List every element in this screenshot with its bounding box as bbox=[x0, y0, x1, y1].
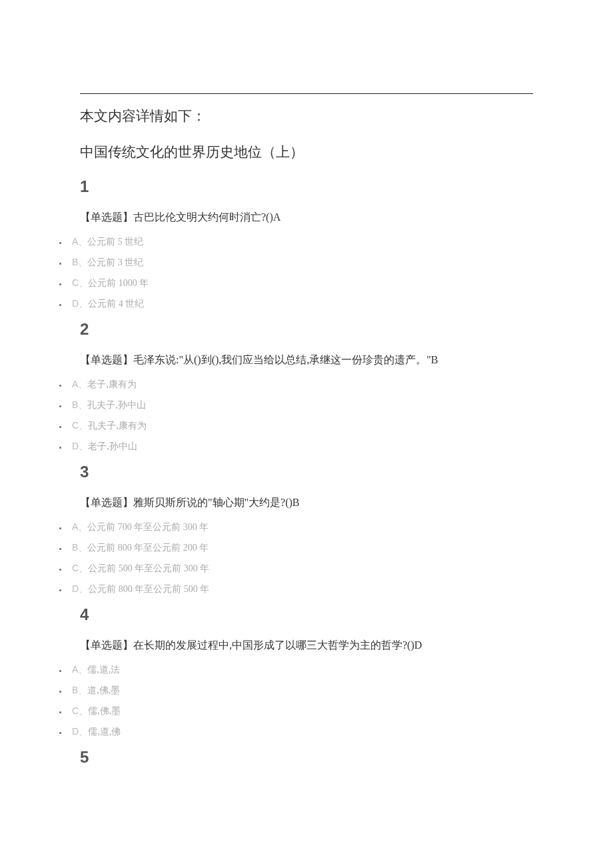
document-page: 本文内容详情如下： 中国传统文化的世界历史地位（上） 1 【单选题】古巴比伦文明… bbox=[0, 0, 613, 833]
option-letter: B bbox=[72, 542, 78, 553]
question-text: 【单选题】古巴比伦文明大约何时消亡?()A bbox=[80, 209, 533, 225]
question-text: 【单选题】雅斯贝斯所说的"轴心期"大约是?()B bbox=[80, 495, 533, 511]
question-text: 【单选题】在长期的发展过程中,中国形成了以哪三大哲学为主的哲学?()D bbox=[80, 637, 533, 653]
option-separator: 、 bbox=[78, 237, 87, 247]
top-rule bbox=[80, 93, 533, 94]
option-separator: 、 bbox=[79, 299, 88, 309]
option-letter: D bbox=[72, 726, 79, 737]
option-separator: 、 bbox=[78, 685, 87, 695]
option-letter: C bbox=[72, 420, 79, 431]
option-separator: 、 bbox=[78, 400, 87, 410]
option-separator: 、 bbox=[79, 727, 88, 737]
list-item: A、老子,康有为 bbox=[68, 377, 533, 391]
option-letter: A bbox=[72, 236, 78, 247]
option-separator: 、 bbox=[79, 278, 88, 288]
option-separator: 、 bbox=[79, 441, 88, 451]
option-separator: 、 bbox=[79, 563, 88, 573]
option-separator: 、 bbox=[78, 543, 87, 553]
option-letter: A bbox=[72, 379, 78, 389]
option-text: 公元前 3 世纪 bbox=[87, 257, 143, 267]
option-text: 公元前 800 年至公元前 500 年 bbox=[88, 584, 209, 594]
option-letter: B bbox=[72, 399, 78, 410]
list-item: C、公元前 1000 年 bbox=[68, 276, 533, 290]
list-item: A、公元前 5 世纪 bbox=[68, 235, 533, 249]
option-text: 公元前 1000 年 bbox=[88, 278, 149, 288]
list-item: C、儒,佛,墨 bbox=[68, 704, 533, 718]
question-number: 2 bbox=[80, 320, 533, 339]
option-list: A、儒,道,法 B、道,佛,墨 C、儒,佛,墨 D、儒,道,佛 bbox=[80, 663, 533, 739]
option-letter: D bbox=[72, 583, 79, 594]
option-text: 儒,佛,墨 bbox=[88, 706, 121, 716]
list-item: B、公元前 3 世纪 bbox=[68, 255, 533, 269]
subtitle-text: 中国传统文化的世界历史地位（上） bbox=[80, 142, 533, 163]
option-separator: 、 bbox=[79, 421, 88, 431]
list-item: C、公元前 500 年至公元前 300 年 bbox=[68, 561, 533, 575]
option-separator: 、 bbox=[78, 379, 87, 389]
option-list: A、公元前 700 年至公元前 300 年 B、公元前 800 年至公元前 20… bbox=[80, 520, 533, 596]
option-separator: 、 bbox=[78, 257, 87, 267]
option-text: 公元前 700 年至公元前 300 年 bbox=[87, 522, 209, 532]
list-item: C、孔夫子,康有为 bbox=[68, 419, 533, 433]
option-letter: C bbox=[72, 277, 79, 288]
option-letter: B bbox=[72, 257, 78, 267]
option-letter: C bbox=[72, 705, 79, 716]
list-item: B、道,佛,墨 bbox=[68, 683, 533, 697]
option-separator: 、 bbox=[79, 584, 88, 594]
question-number: 4 bbox=[80, 605, 533, 624]
question-number: 1 bbox=[80, 177, 533, 196]
list-item: B、孔夫子,孙中山 bbox=[68, 398, 533, 412]
option-text: 公元前 4 世纪 bbox=[88, 299, 144, 309]
list-item: A、公元前 700 年至公元前 300 年 bbox=[68, 520, 533, 534]
option-letter: A bbox=[72, 664, 78, 675]
option-separator: 、 bbox=[79, 706, 88, 716]
option-letter: A bbox=[72, 521, 78, 532]
intro-text: 本文内容详情如下： bbox=[80, 106, 533, 127]
option-text: 公元前 800 年至公元前 200 年 bbox=[87, 543, 209, 553]
list-item: D、公元前 800 年至公元前 500 年 bbox=[68, 582, 533, 596]
option-text: 老子,孙中山 bbox=[88, 441, 137, 451]
option-letter: B bbox=[72, 685, 78, 695]
option-text: 公元前 500 年至公元前 300 年 bbox=[88, 563, 209, 573]
list-item: D、儒,道,佛 bbox=[68, 725, 533, 739]
option-letter: C bbox=[72, 563, 79, 573]
option-text: 儒,道,佛 bbox=[88, 727, 121, 737]
option-text: 孔夫子,康有为 bbox=[88, 421, 147, 431]
question-number: 5 bbox=[80, 748, 533, 767]
option-text: 道,佛,墨 bbox=[87, 685, 120, 695]
option-separator: 、 bbox=[78, 665, 87, 675]
list-item: D、公元前 4 世纪 bbox=[68, 297, 533, 311]
option-letter: D bbox=[72, 298, 79, 309]
option-list: A、公元前 5 世纪 B、公元前 3 世纪 C、公元前 1000 年 D、公元前… bbox=[80, 235, 533, 311]
list-item: D、老子,孙中山 bbox=[68, 439, 533, 453]
list-item: B、公元前 800 年至公元前 200 年 bbox=[68, 541, 533, 555]
question-number: 3 bbox=[80, 463, 533, 481]
question-text: 【单选题】毛泽东说:"从()到(),我们应当给以总结,承继这一份珍贵的遗产。"B bbox=[80, 352, 533, 368]
option-separator: 、 bbox=[78, 522, 87, 532]
option-letter: D bbox=[72, 441, 79, 451]
option-text: 公元前 5 世纪 bbox=[87, 237, 143, 247]
option-text: 儒,道,法 bbox=[87, 665, 120, 675]
option-text: 孔夫子,孙中山 bbox=[87, 400, 146, 410]
option-text: 老子,康有为 bbox=[87, 379, 137, 389]
list-item: A、儒,道,法 bbox=[68, 663, 533, 677]
option-list: A、老子,康有为 B、孔夫子,孙中山 C、孔夫子,康有为 D、老子,孙中山 bbox=[80, 377, 533, 453]
